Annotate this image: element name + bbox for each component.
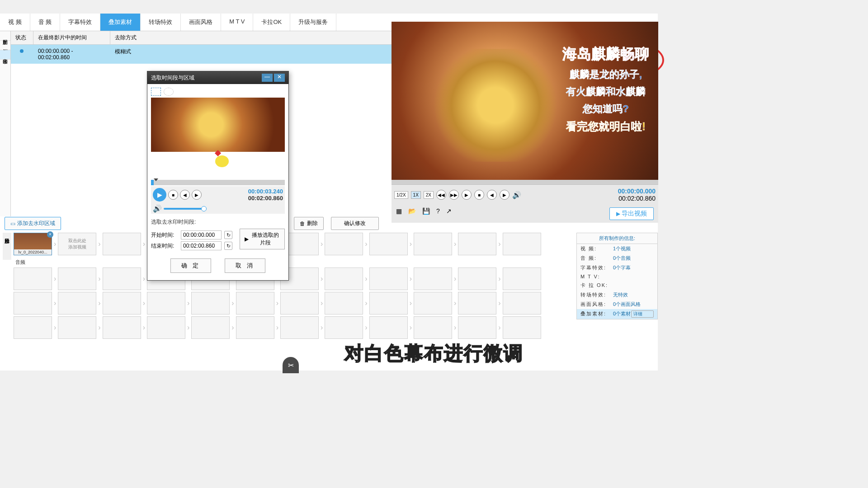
preview-time: 00:00:00.000 00:02:00.860 xyxy=(618,188,656,202)
empty-clip-slot[interactable] xyxy=(147,292,185,314)
dialog-volume-slider[interactable] xyxy=(164,208,207,210)
empty-clip-slot[interactable] xyxy=(236,292,274,314)
play-icon[interactable]: ▶ xyxy=(462,190,472,200)
dialog-preview[interactable] xyxy=(151,98,285,179)
dialog-title: 选取时间段与区域 xyxy=(151,74,262,82)
tab-video[interactable]: 视 频 xyxy=(0,14,30,31)
empty-clip-slot[interactable] xyxy=(147,316,185,339)
detail-button[interactable]: 详细 xyxy=(631,310,654,318)
dialog-cancel-button[interactable]: 取 消 xyxy=(225,258,265,273)
dialog-end-input[interactable] xyxy=(181,241,222,250)
empty-clip-slot[interactable] xyxy=(458,292,496,314)
scissor-icon[interactable]: ✂ xyxy=(283,357,299,373)
empty-clip-slot[interactable]: 双击此处 添加视频 xyxy=(58,233,96,255)
empty-clip-slot[interactable] xyxy=(369,292,408,314)
empty-clip-slot[interactable] xyxy=(58,292,96,314)
empty-clip-slot[interactable] xyxy=(369,316,408,339)
next-frame-icon[interactable]: ▶▶ xyxy=(449,190,459,200)
tab-upgrade[interactable]: 升级与服务 xyxy=(290,14,336,31)
step-back-icon[interactable]: ◀ xyxy=(487,190,497,200)
speed-half[interactable]: 1/2X xyxy=(394,191,408,199)
minimize-icon[interactable]: — xyxy=(262,74,273,82)
empty-clip-slot[interactable] xyxy=(325,233,363,255)
empty-clip-slot[interactable] xyxy=(458,233,496,255)
tab-style[interactable]: 画面风格 xyxy=(181,14,221,31)
dialog-ok-button[interactable]: 确 定 xyxy=(170,258,211,273)
empty-clip-slot[interactable] xyxy=(414,292,452,314)
speed-2x[interactable]: 2X xyxy=(424,191,434,199)
dialog-start-input[interactable] xyxy=(181,230,222,239)
tab-karaoke[interactable]: 卡拉OK xyxy=(253,14,290,31)
step-fwd-icon[interactable]: ▶ xyxy=(500,190,509,200)
tab-mtv[interactable]: M T V xyxy=(221,14,253,31)
tab-audio[interactable]: 音 频 xyxy=(30,14,61,31)
empty-clip-slot[interactable] xyxy=(191,292,230,314)
empty-clip-slot[interactable] xyxy=(458,267,496,290)
confirm-changes-button[interactable]: 确认修改 xyxy=(331,217,379,230)
dialog-play-icon[interactable]: ▶ xyxy=(153,188,166,202)
empty-clip-slot[interactable] xyxy=(236,316,274,339)
empty-clip-slot[interactable] xyxy=(325,316,363,339)
share-icon[interactable]: ↗ xyxy=(446,207,452,220)
empty-clip-slot[interactable] xyxy=(14,267,52,290)
side-sticker[interactable]: 加贴图 xyxy=(0,31,10,41)
dialog-titlebar[interactable]: 选取时间段与区域 — ✕ xyxy=(147,71,288,84)
video-clip[interactable]: × lv_0_2022040... xyxy=(14,233,52,255)
stop-icon[interactable]: ■ xyxy=(474,190,484,200)
empty-clip-slot[interactable] xyxy=(414,233,452,255)
empty-clip-slot[interactable] xyxy=(103,292,141,314)
preview-controls: 1/2X 1X 2X ◀◀ ▶▶ ▶ ■ ◀ ▶ 🔊 00:00:00.000 … xyxy=(392,184,658,205)
empty-clip-slot[interactable] xyxy=(103,267,141,290)
side-frame[interactable]: 加相框 xyxy=(0,41,10,50)
dialog-volume-icon[interactable]: 🔊 xyxy=(153,204,162,213)
empty-clip-slot[interactable] xyxy=(369,233,408,255)
dialog-seekbar[interactable] xyxy=(151,180,285,185)
play-segment-button[interactable]: ▶ 播放选取的片段 xyxy=(240,229,285,249)
help-icon[interactable]: ? xyxy=(436,207,440,220)
dialog-next-icon[interactable]: ▶ xyxy=(192,190,202,200)
snapshot-icon[interactable]: ▦ xyxy=(396,207,402,220)
empty-clip-slot[interactable] xyxy=(58,316,96,339)
speed-1x[interactable]: 1X xyxy=(411,191,421,199)
prev-frame-icon[interactable]: ◀◀ xyxy=(436,190,446,200)
volume-icon[interactable]: 🔊 xyxy=(512,191,521,199)
empty-clip-slot[interactable] xyxy=(458,316,496,339)
empty-clip-slot[interactable] xyxy=(14,316,52,339)
refresh-end-icon[interactable]: ↻ xyxy=(224,242,232,250)
tab-transition[interactable]: 转场特效 xyxy=(141,14,181,31)
open-icon[interactable]: 📂 xyxy=(408,207,416,220)
empty-clip-slot[interactable] xyxy=(503,316,541,339)
preview-seekbar[interactable] xyxy=(392,180,658,184)
export-video-button[interactable]: ▶ 导出视频 xyxy=(609,207,654,220)
dialog-prev-icon[interactable]: ◀ xyxy=(180,190,190,200)
empty-clip-slot[interactable] xyxy=(191,316,230,339)
refresh-start-icon[interactable]: ↻ xyxy=(224,231,232,239)
empty-clip-slot[interactable] xyxy=(280,316,319,339)
remove-clip-icon[interactable]: × xyxy=(47,231,53,238)
empty-clip-slot[interactable] xyxy=(503,233,541,255)
dialog-stop-icon[interactable]: ■ xyxy=(168,190,178,200)
tab-overlay[interactable]: 叠加素材 xyxy=(100,14,141,31)
empty-clip-slot[interactable] xyxy=(414,267,452,290)
empty-clip-slot[interactable] xyxy=(503,292,541,314)
oval-tool-icon[interactable] xyxy=(164,88,174,96)
empty-clip-slot[interactable] xyxy=(369,267,408,290)
empty-clip-slot[interactable] xyxy=(103,233,141,255)
empty-clip-slot[interactable] xyxy=(103,316,141,339)
empty-clip-slot[interactable] xyxy=(325,292,363,314)
tab-subtitle[interactable]: 字幕特效 xyxy=(60,14,100,31)
delete-button[interactable]: 🗑 删除 xyxy=(294,217,324,230)
rect-tool-icon[interactable] xyxy=(151,88,161,96)
empty-clip-slot[interactable] xyxy=(503,267,541,290)
empty-clip-slot[interactable] xyxy=(14,292,52,314)
empty-clip-slot[interactable] xyxy=(58,267,96,290)
empty-clip-slot[interactable] xyxy=(414,316,452,339)
save-icon[interactable]: 💾 xyxy=(422,207,430,220)
empty-clip-slot[interactable] xyxy=(280,292,319,314)
close-icon[interactable]: ✕ xyxy=(274,74,285,82)
col-time: 在最终影片中的时间 xyxy=(33,31,110,44)
side-watermark[interactable]: 去水印 xyxy=(0,50,10,60)
add-watermark-region-button[interactable]: ▭ 添加去水印区域 xyxy=(5,217,61,230)
dialog-playback-controls: ▶ ■ ◀ ▶ 00:00:03.240 00:02:00.860 xyxy=(151,186,285,203)
empty-clip-slot[interactable] xyxy=(325,267,363,290)
